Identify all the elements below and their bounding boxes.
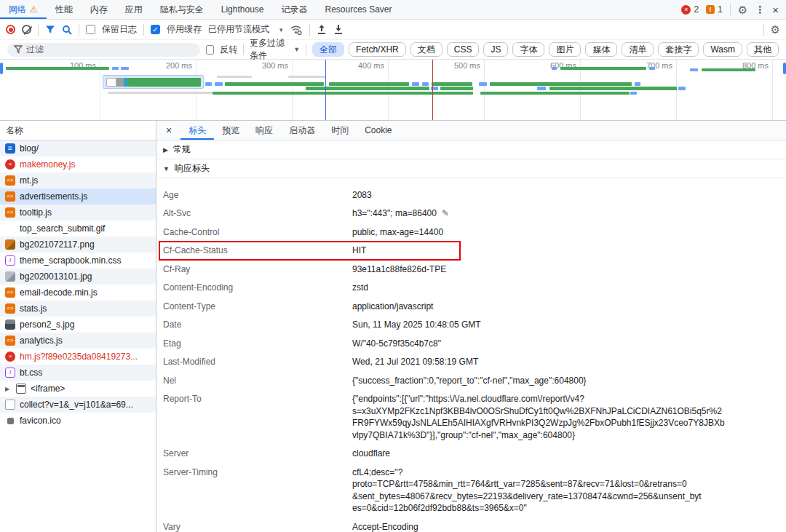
name-column-header[interactable]: 名称 <box>0 121 156 140</box>
tool-tab-记录器[interactable]: 记录器 <box>272 0 316 19</box>
overview-left-handle[interactable] <box>0 63 3 74</box>
request-row[interactable]: bg2021072117.png <box>0 237 156 253</box>
disable-cache-checkbox[interactable]: ✓ <box>151 25 160 34</box>
type-chip-字体[interactable]: 字体 <box>512 42 544 57</box>
type-chip-CSS[interactable]: CSS <box>447 42 480 57</box>
type-chip-套接字[interactable]: 套接字 <box>658 42 699 57</box>
close-devtools-icon[interactable]: × <box>772 4 779 16</box>
header-value-line: s=x3uXYMp2FKzc1Npf3KBB4lvO0OSrShuDfCy1ft… <box>352 405 778 418</box>
tool-tab-Lighthouse[interactable]: Lighthouse <box>213 0 273 19</box>
type-chip-Wasm[interactable]: Wasm <box>703 42 742 57</box>
dcl-event-line <box>325 60 326 120</box>
resource-type-chips: 全部Fetch/XHR文档CSSJS字体图片媒体清单套接字Wasm其他 <box>312 42 779 57</box>
details-tab-Cookie[interactable]: Cookie <box>357 121 400 140</box>
request-row[interactable]: ≡blog/ <box>0 140 156 156</box>
doc-blue-icon: ≡ <box>5 143 15 154</box>
search-icon[interactable] <box>62 25 72 35</box>
details-tab-响应[interactable]: 响应 <box>247 121 281 140</box>
response-headers-section-header[interactable]: ▼ 响应标头 <box>157 159 786 178</box>
details-tab-时间[interactable]: 时间 <box>323 121 357 140</box>
timeline-gridline <box>196 60 196 120</box>
request-row[interactable]: favicon.ico <box>0 413 156 429</box>
request-row[interactable]: <>stats.js <box>0 301 156 317</box>
type-chip-全部[interactable]: 全部 <box>312 42 344 57</box>
name-column-label: 名称 <box>6 124 23 137</box>
triangle-expanded-icon: ▼ <box>163 165 170 172</box>
tool-tab-内存[interactable]: 内存 <box>82 0 116 19</box>
request-rows: ≡blog/×makemoney.js<>mt.js<>advertisemen… <box>0 140 156 429</box>
type-chip-清单[interactable]: 清单 <box>622 42 654 57</box>
filter-icon[interactable] <box>45 25 55 34</box>
request-name: analytics.js <box>20 336 63 346</box>
details-tab-标头[interactable]: 标头 <box>180 121 214 140</box>
close-details-icon[interactable]: × <box>157 121 180 140</box>
expand-triangle-icon[interactable]: ▶ <box>5 386 12 392</box>
details-tab-预览[interactable]: 预览 <box>214 121 247 140</box>
header-value: W/"40-5c79f35c4b7c8" <box>352 338 778 350</box>
overview-right-handle[interactable] <box>783 63 786 74</box>
general-section-header[interactable]: ▶ 常规 <box>157 140 786 159</box>
header-name: Content-Encoding <box>157 282 352 294</box>
type-chip-文档[interactable]: 文档 <box>410 42 442 57</box>
request-row[interactable]: <>advertisements.js <box>0 188 156 205</box>
type-chip-JS[interactable]: JS <box>483 42 508 57</box>
request-row[interactable]: ▶<iframe> <box>0 381 156 397</box>
network-conditions-icon[interactable] <box>290 25 303 35</box>
network-overview-strip[interactable]: 100 ms200 ms300 ms400 ms500 ms600 ms700 … <box>0 60 786 121</box>
request-row[interactable]: <>email-decode.min.js <box>0 285 156 301</box>
type-chip-Fetch/XHR[interactable]: Fetch/XHR <box>349 42 406 57</box>
waterfall-bar-segment <box>702 68 755 71</box>
response-header-row: Cache-Controlpublic, max-age=14400 <box>157 223 786 242</box>
request-row[interactable]: collect?v=1&_v=j101&a=69... <box>0 397 156 413</box>
header-name: Report-To <box>157 393 352 441</box>
request-row[interactable]: <>tooltip.js <box>0 205 156 221</box>
network-settings-gear-icon[interactable]: ⚙ <box>771 24 780 35</box>
waterfall-bar-segment <box>108 92 213 94</box>
request-row[interactable]: <>analytics.js <box>0 333 156 349</box>
tool-tab-性能[interactable]: 性能 <box>47 0 82 19</box>
request-row[interactable]: /theme_scrapbook.min.css <box>0 253 156 269</box>
favicon-icon <box>7 418 14 424</box>
import-har-icon[interactable] <box>317 24 327 35</box>
preserve-log-checkbox[interactable] <box>86 25 95 34</box>
request-row[interactable]: ×makemoney.js <box>0 156 156 172</box>
edit-pencil-icon[interactable]: ✎ <box>442 208 449 218</box>
details-tabbar: × 标头预览响应启动器时间Cookie <box>157 121 786 140</box>
more-filters-button[interactable]: 更多过滤条件 ▼ <box>250 37 300 62</box>
type-chip-图片[interactable]: 图片 <box>549 42 581 57</box>
issues-badge[interactable]: ! 1 <box>706 4 723 15</box>
export-har-icon[interactable] <box>333 24 344 35</box>
request-name: bt.css <box>20 368 42 378</box>
waterfall-bar-segment <box>329 82 409 86</box>
tool-tab-隐私与安全[interactable]: 隐私与安全 <box>151 0 213 19</box>
warning-icon: ⚠ <box>30 5 38 14</box>
tool-tab-Resources Saver[interactable]: Resources Saver <box>316 0 400 19</box>
response-header-row: VaryAccept-Encoding <box>157 517 786 532</box>
header-value: Sun, 11 May 2025 10:48:05 GMT <box>352 319 778 331</box>
request-row[interactable]: top_search_submit.gif <box>0 221 156 237</box>
more-menu-icon[interactable]: ⋮ <box>755 4 765 15</box>
error-badge[interactable]: × 2 <box>681 4 699 15</box>
request-row[interactable]: /bt.css <box>0 365 156 381</box>
response-header-row: Nel{"success_fraction":0,"report_to":"cf… <box>157 371 786 390</box>
waterfall-bar-segment <box>422 82 429 86</box>
request-row[interactable]: person2_s.jpg <box>0 317 156 333</box>
request-name: person2_s.jpg <box>20 319 74 330</box>
settings-gear-icon[interactable]: ⚙ <box>738 4 747 15</box>
type-chip-媒体[interactable]: 媒体 <box>585 42 617 57</box>
filter-input[interactable] <box>7 43 200 57</box>
throttling-select[interactable]: 已停用节流模式 ▾ <box>208 23 283 36</box>
request-row[interactable]: ×hm.js?f89e0235da08419273... <box>0 349 156 365</box>
waterfall-bar-segment <box>432 82 472 86</box>
details-tab-启动器[interactable]: 启动器 <box>281 121 323 140</box>
clear-network-log-button[interactable] <box>22 25 31 34</box>
type-chip-其他[interactable]: 其他 <box>747 42 779 57</box>
record-network-log-button[interactable] <box>6 25 15 34</box>
tool-tab-网络[interactable]: 网络⚠ <box>0 0 47 19</box>
request-row[interactable]: bg2020013101.jpg <box>0 269 156 285</box>
invert-checkbox[interactable] <box>206 45 214 55</box>
request-row[interactable]: <>mt.js <box>0 172 156 188</box>
invert-label: 反转 <box>220 44 237 56</box>
tool-tab-应用[interactable]: 应用 <box>116 0 151 19</box>
timeline-tick-label: 300 ms <box>262 61 292 70</box>
